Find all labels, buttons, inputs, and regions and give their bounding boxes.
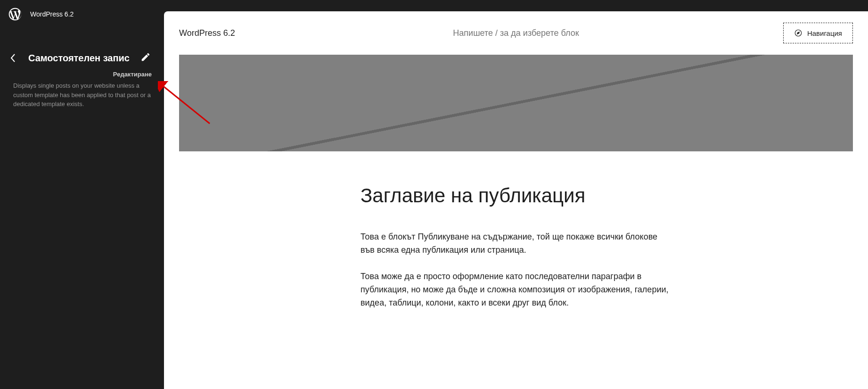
site-name: WordPress 6.2	[30, 10, 74, 18]
edit-button[interactable]	[140, 52, 151, 64]
sidebar: Самостоятелен запис Редактиране Displays…	[0, 28, 164, 389]
wordpress-logo-icon[interactable]	[8, 7, 23, 22]
navigation-block-button[interactable]: Навигация	[783, 23, 853, 43]
edit-tooltip: Редактиране	[113, 71, 152, 78]
compass-icon	[794, 29, 802, 37]
editor-canvas: WordPress 6.2 Напишете / за да изберете …	[164, 11, 868, 389]
navigation-button-label: Навигация	[807, 29, 842, 37]
post-paragraph[interactable]: Това е блокът Публикуване на съдържание,…	[360, 231, 671, 257]
template-title: Самостоятелен запис	[28, 53, 133, 64]
post-title[interactable]: Заглавие на публикация	[360, 184, 671, 207]
post-content-area: Заглавие на публикация Това е блокът Пуб…	[360, 151, 671, 309]
block-prompt[interactable]: Напишете / за да изберете блок	[453, 28, 579, 38]
sidebar-header: Самостоятелен запис	[13, 52, 151, 64]
site-title-block[interactable]: WordPress 6.2	[179, 28, 235, 38]
editor-header: WordPress 6.2 Напишете / за да изберете …	[164, 11, 868, 55]
featured-image-placeholder[interactable]	[179, 55, 853, 151]
back-button[interactable]	[8, 53, 18, 63]
template-description: Displays single posts on your website un…	[13, 81, 151, 109]
post-paragraph[interactable]: Това може да е просто оформление като по…	[360, 270, 671, 310]
